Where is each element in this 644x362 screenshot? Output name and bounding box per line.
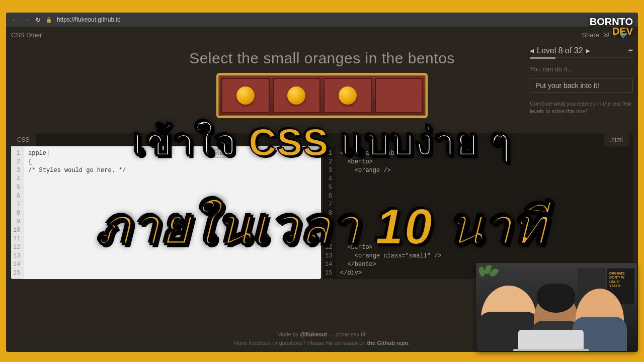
level-prev-icon[interactable]: ◂ [530, 46, 534, 55]
thumbnail-title-1: เข้าใจ CSS แบบง่าย ๆ [0, 112, 644, 172]
url-bar: ← → ↻ 🔒 https://flukeout.github.io ☆ ⋮ [6, 13, 638, 27]
help-panel: ◂ Level 8 of 32 ▸ ≡ You can do it... Put… [525, 41, 638, 121]
reload-icon[interactable]: ↻ [35, 16, 41, 24]
progress-bar [530, 57, 633, 58]
app-title[interactable]: CSS Diner [11, 31, 42, 39]
bento-box[interactable] [324, 78, 372, 113]
bento-box[interactable] [273, 78, 321, 113]
level-label: Level 8 of 32 [537, 46, 583, 55]
orange-item[interactable] [236, 86, 255, 105]
level-next-icon[interactable]: ▸ [586, 46, 590, 55]
brand-logo: BORNTO DEV [590, 17, 633, 36]
laptop [518, 330, 584, 351]
bento-box[interactable] [221, 78, 270, 113]
forward-icon[interactable]: → [23, 16, 30, 24]
plant-decoration [478, 265, 503, 285]
repo-link[interactable]: the Github repo [367, 340, 409, 346]
webcam-overlay [476, 263, 637, 351]
level-menu-icon[interactable]: ≡ [628, 46, 633, 55]
url-text[interactable]: https://flukeout.github.io [57, 16, 611, 23]
page-header: CSS Diner Share ✉ f 🐦 [6, 27, 638, 41]
level-indicator: ◂ Level 8 of 32 ▸ ≡ [530, 46, 633, 55]
orange-item[interactable] [287, 86, 305, 105]
bento-box[interactable] [375, 78, 423, 113]
back-icon[interactable]: ← [11, 16, 18, 24]
author-link[interactable]: @flukeout [300, 331, 327, 337]
thumbnail-title-2: ภายในเวลา 10 นาที [0, 186, 644, 266]
motivation-text: You can do it... [530, 65, 633, 73]
orange-item[interactable] [339, 86, 357, 105]
tip-box: Put your back into it! [530, 78, 633, 93]
lock-icon: 🔒 [46, 17, 52, 23]
